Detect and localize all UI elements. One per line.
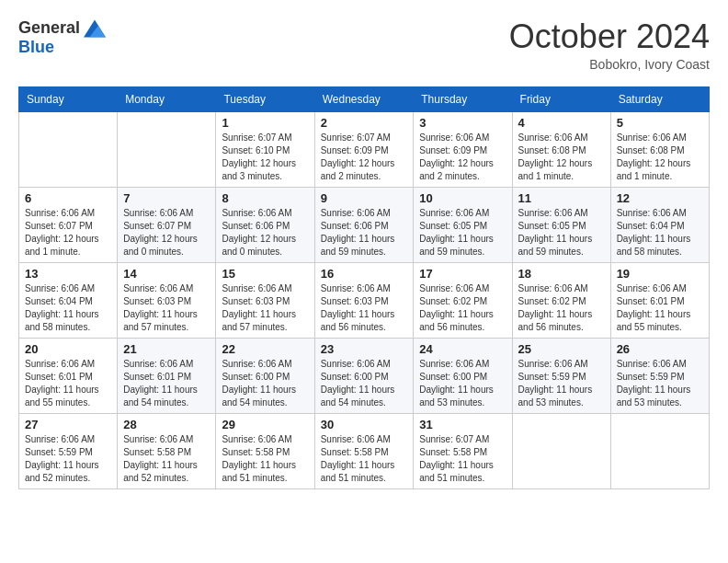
day-detail: Sunrise: 6:06 AMSunset: 6:03 PMDaylight:… — [123, 282, 210, 334]
day-number: 4 — [518, 116, 605, 130]
day-number: 29 — [222, 418, 308, 431]
day-detail: Sunrise: 6:06 AMSunset: 5:58 PMDaylight:… — [123, 433, 210, 485]
day-detail: Sunrise: 6:06 AMSunset: 6:04 PMDaylight:… — [617, 207, 703, 259]
day-detail: Sunrise: 6:06 AMSunset: 6:02 PMDaylight:… — [518, 282, 605, 334]
title-area: October 2024 Bobokro, Ivory Coast — [509, 18, 710, 72]
day-detail: Sunrise: 6:06 AMSunset: 6:01 PMDaylight:… — [617, 282, 703, 334]
calendar-table: SundayMondayTuesdayWednesdayThursdayFrid… — [18, 86, 710, 489]
calendar-cell: 10Sunrise: 6:06 AMSunset: 6:05 PMDayligh… — [414, 187, 512, 262]
calendar-cell: 12Sunrise: 6:06 AMSunset: 6:04 PMDayligh… — [610, 187, 709, 262]
day-detail: Sunrise: 6:06 AMSunset: 6:04 PMDaylight:… — [25, 282, 111, 334]
logo-general-text: General — [18, 18, 80, 38]
day-detail: Sunrise: 6:06 AMSunset: 5:59 PMDaylight:… — [25, 433, 111, 485]
calendar-cell: 11Sunrise: 6:06 AMSunset: 6:05 PMDayligh… — [512, 187, 610, 262]
weekday-header-monday: Monday — [118, 86, 216, 111]
day-number: 23 — [321, 342, 408, 356]
day-number: 27 — [25, 418, 111, 431]
calendar-header-row: SundayMondayTuesdayWednesdayThursdayFrid… — [19, 86, 710, 111]
calendar-cell: 21Sunrise: 6:06 AMSunset: 6:01 PMDayligh… — [118, 338, 216, 413]
day-detail: Sunrise: 6:06 AMSunset: 6:03 PMDaylight:… — [321, 282, 408, 334]
calendar-week-row: 1Sunrise: 6:07 AMSunset: 6:10 PMDaylight… — [19, 111, 710, 187]
day-number: 3 — [419, 116, 506, 130]
calendar-cell: 29Sunrise: 6:06 AMSunset: 5:58 PMDayligh… — [216, 413, 314, 488]
day-detail: Sunrise: 6:06 AMSunset: 6:00 PMDaylight:… — [222, 358, 308, 409]
calendar-cell — [610, 413, 709, 488]
weekday-header-wednesday: Wednesday — [314, 86, 414, 111]
day-number: 10 — [419, 191, 506, 205]
day-number: 22 — [222, 342, 308, 356]
day-detail: Sunrise: 6:06 AMSunset: 6:06 PMDaylight:… — [222, 207, 308, 259]
day-detail: Sunrise: 6:06 AMSunset: 6:01 PMDaylight:… — [123, 358, 210, 409]
calendar-week-row: 13Sunrise: 6:06 AMSunset: 6:04 PMDayligh… — [19, 262, 710, 338]
calendar-week-row: 20Sunrise: 6:06 AMSunset: 6:01 PMDayligh… — [19, 338, 710, 413]
day-number: 9 — [321, 191, 408, 205]
day-number: 7 — [123, 191, 210, 205]
weekday-header-friday: Friday — [512, 86, 610, 111]
calendar-cell: 26Sunrise: 6:06 AMSunset: 5:59 PMDayligh… — [610, 338, 709, 413]
day-number: 18 — [518, 267, 605, 281]
day-number: 21 — [123, 342, 210, 356]
day-detail: Sunrise: 6:06 AMSunset: 5:59 PMDaylight:… — [518, 358, 605, 409]
calendar-cell: 8Sunrise: 6:06 AMSunset: 6:06 PMDaylight… — [216, 187, 314, 262]
day-number: 2 — [321, 116, 408, 130]
weekday-header-thursday: Thursday — [414, 86, 512, 111]
calendar-cell: 27Sunrise: 6:06 AMSunset: 5:59 PMDayligh… — [19, 413, 118, 488]
calendar-cell: 23Sunrise: 6:06 AMSunset: 6:00 PMDayligh… — [314, 338, 414, 413]
calendar-cell: 14Sunrise: 6:06 AMSunset: 6:03 PMDayligh… — [118, 262, 216, 338]
day-number: 28 — [123, 418, 210, 431]
calendar-cell: 22Sunrise: 6:06 AMSunset: 6:00 PMDayligh… — [216, 338, 314, 413]
day-detail: Sunrise: 6:06 AMSunset: 6:07 PMDaylight:… — [123, 207, 210, 259]
calendar-cell: 15Sunrise: 6:06 AMSunset: 6:03 PMDayligh… — [216, 262, 314, 338]
day-detail: Sunrise: 6:06 AMSunset: 5:58 PMDaylight:… — [222, 433, 308, 485]
day-detail: Sunrise: 6:06 AMSunset: 5:58 PMDaylight:… — [321, 433, 408, 485]
day-number: 5 — [617, 116, 703, 130]
day-number: 31 — [419, 418, 506, 431]
calendar-cell: 9Sunrise: 6:06 AMSunset: 6:06 PMDaylight… — [314, 187, 414, 262]
logo: General Blue — [18, 18, 106, 57]
day-detail: Sunrise: 6:06 AMSunset: 6:00 PMDaylight:… — [419, 358, 506, 409]
calendar-cell: 18Sunrise: 6:06 AMSunset: 6:02 PMDayligh… — [512, 262, 610, 338]
day-number: 1 — [222, 116, 308, 130]
calendar-week-row: 27Sunrise: 6:06 AMSunset: 5:59 PMDayligh… — [19, 413, 710, 488]
logo-blue-text: Blue — [18, 38, 54, 57]
day-number: 14 — [123, 267, 210, 281]
day-detail: Sunrise: 6:06 AMSunset: 6:08 PMDaylight:… — [518, 132, 605, 183]
calendar-cell: 31Sunrise: 6:07 AMSunset: 5:58 PMDayligh… — [414, 413, 512, 488]
day-detail: Sunrise: 6:06 AMSunset: 6:05 PMDaylight:… — [518, 207, 605, 259]
day-detail: Sunrise: 6:06 AMSunset: 6:05 PMDaylight:… — [419, 207, 506, 259]
day-detail: Sunrise: 6:06 AMSunset: 6:02 PMDaylight:… — [419, 282, 506, 334]
calendar-cell: 3Sunrise: 6:06 AMSunset: 6:09 PMDaylight… — [414, 111, 512, 187]
location-text: Bobokro, Ivory Coast — [509, 57, 710, 72]
day-number: 25 — [518, 342, 605, 356]
calendar-cell: 16Sunrise: 6:06 AMSunset: 6:03 PMDayligh… — [314, 262, 414, 338]
day-number: 8 — [222, 191, 308, 205]
day-number: 26 — [617, 342, 703, 356]
day-number: 15 — [222, 267, 308, 281]
calendar-cell: 19Sunrise: 6:06 AMSunset: 6:01 PMDayligh… — [610, 262, 709, 338]
calendar-cell: 28Sunrise: 6:06 AMSunset: 5:58 PMDayligh… — [118, 413, 216, 488]
calendar-cell: 7Sunrise: 6:06 AMSunset: 6:07 PMDaylight… — [118, 187, 216, 262]
calendar-cell: 2Sunrise: 6:07 AMSunset: 6:09 PMDaylight… — [314, 111, 414, 187]
day-detail: Sunrise: 6:06 AMSunset: 6:07 PMDaylight:… — [25, 207, 111, 259]
logo-icon — [84, 19, 106, 38]
day-number: 6 — [25, 191, 111, 205]
calendar-cell: 20Sunrise: 6:06 AMSunset: 6:01 PMDayligh… — [19, 338, 118, 413]
day-number: 16 — [321, 267, 408, 281]
calendar-cell: 17Sunrise: 6:06 AMSunset: 6:02 PMDayligh… — [414, 262, 512, 338]
day-detail: Sunrise: 6:06 AMSunset: 6:03 PMDaylight:… — [222, 282, 308, 334]
day-detail: Sunrise: 6:06 AMSunset: 6:08 PMDaylight:… — [617, 132, 703, 183]
day-detail: Sunrise: 6:07 AMSunset: 6:09 PMDaylight:… — [321, 132, 408, 183]
calendar-cell — [118, 111, 216, 187]
day-number: 19 — [617, 267, 703, 281]
day-detail: Sunrise: 6:06 AMSunset: 6:00 PMDaylight:… — [321, 358, 408, 409]
calendar-cell: 25Sunrise: 6:06 AMSunset: 5:59 PMDayligh… — [512, 338, 610, 413]
day-detail: Sunrise: 6:07 AMSunset: 6:10 PMDaylight:… — [222, 132, 308, 183]
calendar-cell — [19, 111, 118, 187]
calendar-cell: 5Sunrise: 6:06 AMSunset: 6:08 PMDaylight… — [610, 111, 709, 187]
calendar-cell: 30Sunrise: 6:06 AMSunset: 5:58 PMDayligh… — [314, 413, 414, 488]
day-number: 30 — [321, 418, 408, 431]
calendar-cell: 1Sunrise: 6:07 AMSunset: 6:10 PMDaylight… — [216, 111, 314, 187]
calendar-cell: 4Sunrise: 6:06 AMSunset: 6:08 PMDaylight… — [512, 111, 610, 187]
calendar-cell: 6Sunrise: 6:06 AMSunset: 6:07 PMDaylight… — [19, 187, 118, 262]
day-number: 13 — [25, 267, 111, 281]
